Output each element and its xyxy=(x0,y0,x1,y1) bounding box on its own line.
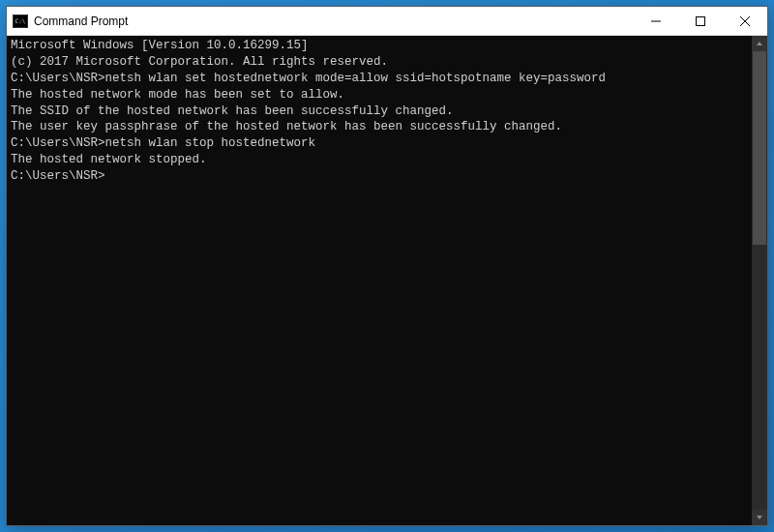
window-title: Command Prompt xyxy=(34,15,634,28)
command-line: C:\Users\NSR>netsh wlan set hostednetwor… xyxy=(11,71,748,87)
window-controls xyxy=(634,7,767,35)
output-line: The hosted network mode has been set to … xyxy=(11,87,748,103)
minimize-button[interactable] xyxy=(634,7,678,35)
close-icon xyxy=(740,16,750,26)
output-line: The user key passphrase of the hosted ne… xyxy=(11,119,748,135)
prompt-line: C:\Users\NSR> xyxy=(11,168,748,185)
scroll-up-button[interactable] xyxy=(752,36,767,51)
maximize-button[interactable] xyxy=(678,7,723,35)
cmd-icon xyxy=(13,15,28,28)
svg-marker-4 xyxy=(757,42,762,45)
chevron-down-icon xyxy=(756,514,763,521)
svg-marker-5 xyxy=(757,516,762,519)
terminal-area: Microsoft Windows [Version 10.0.16299.15… xyxy=(7,36,767,525)
maximize-icon xyxy=(696,16,705,26)
terminal-output[interactable]: Microsoft Windows [Version 10.0.16299.15… xyxy=(7,36,752,525)
minimize-icon xyxy=(651,16,661,26)
scroll-thumb[interactable] xyxy=(753,51,766,245)
svg-rect-1 xyxy=(697,16,705,25)
output-line: The SSID of the hosted network has been … xyxy=(11,103,748,120)
titlebar[interactable]: Command Prompt xyxy=(7,7,767,36)
vertical-scrollbar[interactable] xyxy=(752,36,767,525)
chevron-up-icon xyxy=(756,40,763,47)
output-line: (c) 2017 Microsoft Corporation. All righ… xyxy=(11,54,748,71)
command-prompt-window: Command Prompt Microsoft Windows [Versio… xyxy=(6,6,768,526)
scroll-down-button[interactable] xyxy=(752,510,767,525)
output-line: The hosted network stopped. xyxy=(11,152,748,168)
command-line: C:\Users\NSR>netsh wlan stop hostednetwo… xyxy=(11,135,748,152)
close-button[interactable] xyxy=(723,7,767,35)
output-line: Microsoft Windows [Version 10.0.16299.15… xyxy=(11,38,748,54)
